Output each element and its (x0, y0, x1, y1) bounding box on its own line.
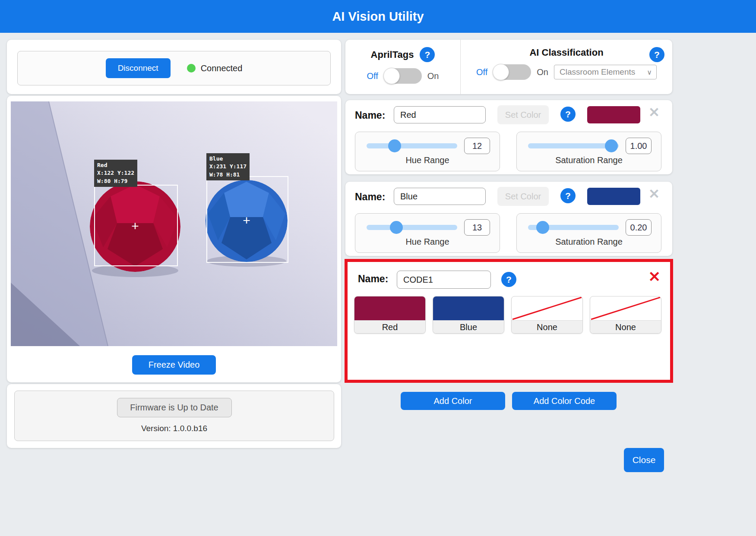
connected-dot-icon (187, 64, 196, 73)
slot-color-none (512, 296, 582, 320)
hue-range-label: Hue Range (355, 155, 500, 165)
video-card: Red X:122 Y:122 W:80 H:79 + Blue X:231 Y… (7, 96, 341, 382)
remove-color-icon[interactable]: ✕ (648, 186, 660, 202)
apriltags-title: AprilTags (371, 49, 414, 60)
page-title: AI Vision Utility (332, 9, 424, 24)
saturation-slider-thumb[interactable] (605, 139, 618, 152)
apriltags-off-label: Off (367, 71, 378, 81)
red-center-cross-icon: + (129, 220, 142, 233)
color-swatch[interactable] (587, 106, 640, 123)
remove-color-code-icon[interactable]: ✕ (648, 268, 661, 285)
saturation-slider[interactable] (528, 221, 619, 234)
color-name-input[interactable] (394, 188, 486, 205)
color-help-icon[interactable]: ? (560, 188, 576, 203)
red-detection-label: Red X:122 Y:122 W:80 H:79 (94, 160, 137, 187)
remove-color-icon[interactable]: ✕ (648, 104, 660, 120)
blue-center-cross-icon: + (240, 214, 253, 227)
name-label: Name: (358, 273, 388, 285)
saturation-range-label: Saturation Range (517, 237, 661, 247)
color-code-slot-4[interactable]: None (590, 296, 661, 334)
hue-slider-thumb[interactable] (390, 221, 403, 234)
saturation-range-label: Saturation Range (517, 155, 661, 165)
ai-on-label: On (537, 67, 548, 77)
color-code-slot-3[interactable]: None (511, 296, 583, 334)
add-color-button[interactable]: Add Color (401, 392, 505, 410)
none-diagonal-icon (512, 296, 582, 320)
apriltags-toggle[interactable] (384, 68, 422, 84)
color-code-slot-1[interactable]: Red (354, 296, 426, 334)
apriltags-help-icon[interactable]: ? (420, 47, 435, 62)
add-color-code-button[interactable]: Add Color Code (512, 392, 617, 410)
hue-slider-thumb[interactable] (388, 139, 401, 152)
connection-status-text: Connected (201, 63, 243, 73)
set-color-button[interactable]: Set Color (497, 187, 549, 206)
set-color-button[interactable]: Set Color (497, 105, 549, 124)
ai-off-label: Off (476, 67, 487, 77)
color-config-blue: Name: Set Color ? ✕ 13 Hue Range 0.20 (345, 182, 672, 256)
ai-vision-utility-window: AI Vision Utility Disconnect Connected (0, 0, 756, 536)
hue-slider[interactable] (367, 139, 457, 152)
connection-status-box: Disconnect Connected (17, 51, 331, 85)
slot-label: Blue (433, 320, 504, 334)
title-bar: AI Vision Utility (0, 0, 756, 33)
slot-label: None (512, 320, 582, 334)
saturation-range-group: 1.00 Saturation Range (516, 132, 661, 171)
ai-classification-toggle[interactable] (493, 64, 531, 80)
ai-classification-title: AI Classification (529, 47, 603, 58)
hue-range-label: Hue Range (355, 237, 500, 247)
name-label: Name: (355, 110, 385, 121)
features-card: AprilTags ? Off On AI Classification ? O… (345, 40, 672, 94)
connection-card: Disconnect Connected (7, 40, 341, 94)
slot-label: None (590, 320, 661, 334)
firmware-card: Firmware is Up to Date Version: 1.0.0.b1… (7, 384, 341, 448)
hue-value[interactable]: 13 (464, 219, 490, 236)
firmware-status-button[interactable]: Firmware is Up to Date (117, 398, 232, 417)
apriltags-section: AprilTags ? Off On (345, 40, 461, 94)
color-code-slot-2[interactable]: Blue (433, 296, 504, 334)
chevron-down-icon: ∨ (647, 68, 652, 76)
slot-label: Red (354, 320, 425, 334)
apriltags-on-label: On (427, 71, 439, 81)
hue-range-group: 13 Hue Range (355, 213, 500, 253)
slot-color (354, 296, 425, 320)
saturation-slider-thumb[interactable] (536, 221, 549, 234)
none-diagonal-icon (590, 296, 661, 320)
color-config-red: Name: Set Color ? ✕ 12 Hue Range 1.00 (345, 100, 672, 174)
slot-color (433, 296, 504, 320)
ai-model-dropdown[interactable]: Classroom Elements ∨ (554, 65, 657, 79)
firmware-box: Firmware is Up to Date Version: 1.0.0.b1… (14, 391, 334, 441)
color-name-input[interactable] (394, 106, 486, 123)
saturation-value[interactable]: 1.00 (626, 138, 652, 154)
color-swatch[interactable] (587, 188, 640, 205)
ai-model-dropdown-value: Classroom Elements (560, 67, 635, 77)
blue-detection-label: Blue X:231 Y:117 W:78 H:81 (206, 153, 250, 180)
hue-value[interactable]: 12 (464, 138, 490, 154)
color-code-help-icon[interactable]: ? (501, 272, 516, 287)
freeze-video-button[interactable]: Freeze Video (132, 355, 216, 375)
close-button[interactable]: Close (624, 448, 664, 472)
saturation-value[interactable]: 0.20 (626, 219, 652, 236)
hue-range-group: 12 Hue Range (355, 132, 500, 171)
saturation-range-group: 0.20 Saturation Range (516, 213, 661, 253)
color-code-name-input[interactable] (397, 271, 491, 289)
camera-feed: Red X:122 Y:122 W:80 H:79 + Blue X:231 Y… (11, 101, 337, 346)
disconnect-button[interactable]: Disconnect (106, 58, 171, 78)
ai-classification-help-icon[interactable]: ? (649, 47, 664, 62)
color-help-icon[interactable]: ? (560, 107, 576, 122)
firmware-version: Version: 1.0.0.b16 (141, 424, 207, 433)
saturation-slider[interactable] (528, 139, 619, 152)
slot-color-none (590, 296, 661, 320)
ai-classification-section: AI Classification ? Off On Classroom Ele… (461, 40, 672, 94)
name-label: Name: (355, 191, 385, 203)
connection-status: Connected (187, 63, 243, 73)
color-code-config-highlighted: Name: ? ✕ Red Blue None Non (345, 259, 673, 383)
hue-slider[interactable] (367, 221, 457, 234)
